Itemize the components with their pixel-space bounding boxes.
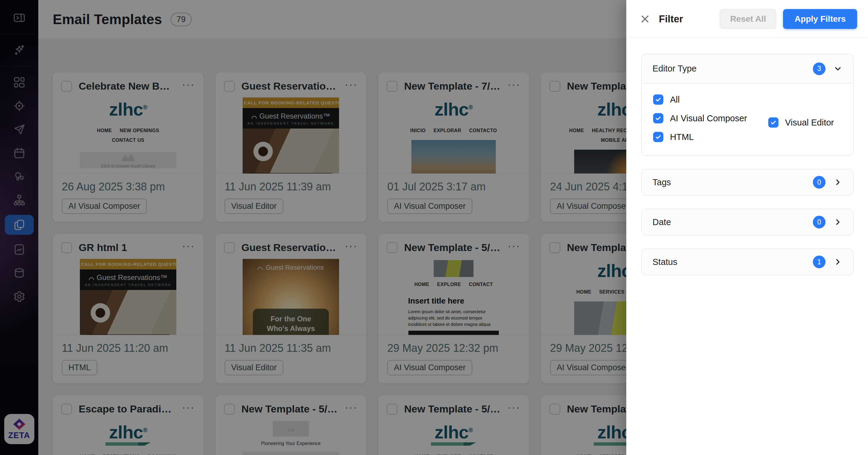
filter-sections: Editor Type 3 All — [626, 38, 868, 275]
chevron-right-icon — [833, 218, 842, 227]
checkbox-checked-icon[interactable] — [653, 113, 663, 123]
filter-title: Filter — [659, 13, 683, 25]
filter-panel: Filter Reset All Apply Filters Editor Ty… — [626, 0, 868, 455]
option-all-label: All — [670, 95, 680, 105]
option-ai-visual-composer-label: AI Visual Composer — [670, 113, 747, 123]
close-icon[interactable] — [639, 13, 651, 25]
option-html[interactable]: HTML — [653, 132, 842, 142]
status-label: Status — [652, 257, 677, 267]
option-all[interactable]: All — [653, 94, 842, 105]
editor-type-count-badge: 3 — [813, 62, 826, 75]
date-label: Date — [652, 217, 671, 227]
chevron-right-icon — [833, 178, 842, 187]
filter-section-editor-type: Editor Type 3 All — [641, 54, 854, 156]
editor-type-label: Editor Type — [652, 64, 696, 74]
option-html-label: HTML — [670, 132, 694, 142]
filter-panel-header: Filter Reset All Apply Filters — [626, 0, 868, 38]
checkbox-checked-icon[interactable] — [653, 94, 663, 105]
editor-type-options: All AI Visual Composer Visual Editor — [642, 84, 853, 155]
status-count-badge: 1 — [813, 256, 826, 268]
chevron-down-icon — [833, 64, 842, 73]
status-section-header[interactable]: Status 1 — [642, 249, 853, 275]
reset-all-button[interactable]: Reset All — [720, 9, 777, 29]
option-visual-editor-label: Visual Editor — [785, 118, 834, 127]
tags-count-badge: 0 — [813, 176, 826, 189]
filter-section-status: Status 1 — [641, 249, 854, 275]
filter-section-date: Date 0 — [641, 209, 854, 235]
date-count-badge: 0 — [813, 216, 826, 228]
chevron-right-icon — [833, 257, 842, 266]
option-visual-editor[interactable]: Visual Editor — [768, 113, 834, 132]
checkbox-checked-icon[interactable] — [653, 132, 663, 142]
filter-section-tags: Tags 0 — [641, 169, 854, 196]
tags-section-header[interactable]: Tags 0 — [642, 169, 853, 195]
apply-filters-button[interactable]: Apply Filters — [783, 9, 857, 29]
editor-type-section-header[interactable]: Editor Type 3 — [642, 54, 853, 84]
modal-overlay[interactable] — [0, 0, 626, 455]
option-ai-visual-composer[interactable]: AI Visual Composer — [653, 113, 747, 123]
tags-label: Tags — [652, 177, 671, 188]
checkbox-checked-icon[interactable] — [768, 117, 778, 127]
date-section-header[interactable]: Date 0 — [642, 209, 853, 235]
